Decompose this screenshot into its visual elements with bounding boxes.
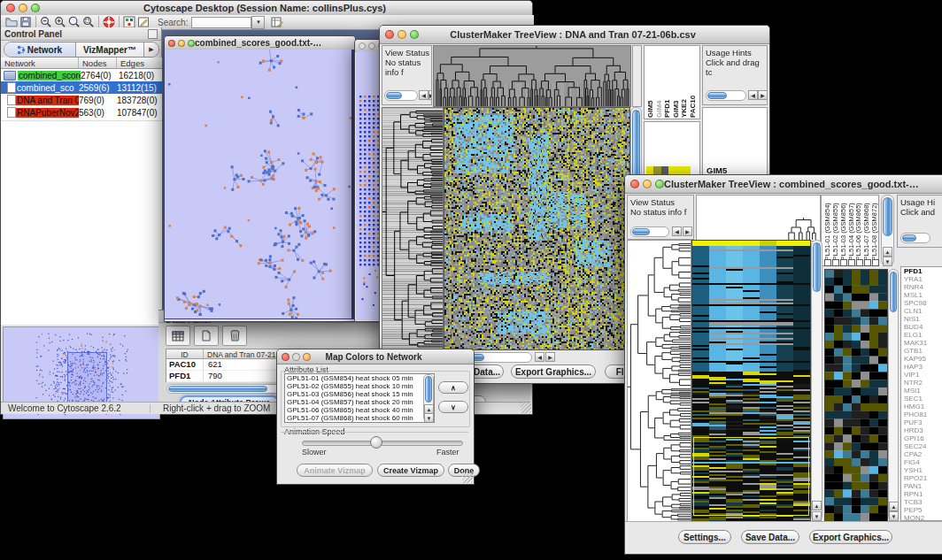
scroll-right-arrow[interactable]: ▶ <box>683 226 692 236</box>
gene-label[interactable]: HRD3 <box>904 426 942 434</box>
network-table-row[interactable]: DNA and Tran 07 769(0) 183728(0) <box>1 94 162 106</box>
tv2-labels-scrollbar[interactable]: ▲ ▼ <box>888 269 899 521</box>
gene-label[interactable]: RPO21 <box>904 474 942 482</box>
scroll-right-arrow[interactable]: ▶ <box>758 90 768 100</box>
vscroll-thumb[interactable] <box>425 376 432 403</box>
zoom-button[interactable] <box>655 180 664 188</box>
tv1-gene-dendrogram-canvas[interactable] <box>382 107 444 350</box>
tv2-array-tree-canvas[interactable] <box>696 195 821 242</box>
minimize-button[interactable] <box>643 180 652 188</box>
hscroll-thumb[interactable] <box>902 234 916 242</box>
gene-label[interactable]: MON2 <box>904 514 942 521</box>
gene-label[interactable]: TCB3 <box>904 498 942 506</box>
scroll-down-arrow[interactable]: ▼ <box>889 511 899 521</box>
gene-label[interactable]: PEP5 <box>904 506 942 514</box>
create-vizmap-button[interactable]: Create Vizmap <box>377 464 444 477</box>
minimize-button[interactable] <box>398 30 406 39</box>
attribute-list-item[interactable]: GPL51-02 (GSM855) heat shock 10 min <box>285 383 434 391</box>
gene-label[interactable]: RPN1 <box>904 490 942 498</box>
gene-label[interactable]: BUD4 <box>904 323 942 331</box>
attribute-list-item[interactable]: GPL51-03 (GSM856) heat shock 15 min <box>285 391 434 399</box>
gene-label[interactable]: PFD1 <box>904 267 942 275</box>
tv1-usage-scrollbar[interactable] <box>706 90 746 101</box>
tv2-status-scrollbar[interactable] <box>630 226 669 237</box>
gene-label[interactable]: PUF3 <box>904 418 942 426</box>
main-resize-grip[interactable] <box>521 403 531 413</box>
tv1-column-label[interactable]: GIM5 <box>646 49 655 118</box>
col-header-edges[interactable]: Edges <box>117 58 162 69</box>
zoom-button[interactable] <box>303 353 311 361</box>
tv2-gene-dendrogram-canvas[interactable] <box>627 240 691 523</box>
close-button[interactable] <box>168 40 175 47</box>
col-header-network[interactable]: Network <box>1 58 79 69</box>
gene-label[interactable]: NIS1 <box>904 315 942 323</box>
col-header-nodes[interactable]: Nodes <box>79 58 117 69</box>
tv2-column-label[interactable]: GPL51-08 (GSM872) <box>870 197 878 265</box>
gene-label[interactable]: YSH1 <box>904 466 942 474</box>
search-input[interactable] <box>191 17 251 28</box>
vscroll-thumb[interactable] <box>883 197 892 236</box>
tv2-usage-scrollbar[interactable] <box>900 233 930 243</box>
gene-label[interactable]: YRA1 <box>904 275 942 283</box>
network-table-row[interactable]: RNAPuberNov2+! 563(0) 107847(0) <box>1 106 162 119</box>
gene-label[interactable]: RNR4 <box>904 283 942 291</box>
scroll-up-arrow[interactable]: ▲ <box>889 502 899 511</box>
gene-label[interactable]: HAP3 <box>904 363 942 371</box>
float-panel-icon[interactable] <box>148 29 158 39</box>
tv1-export-graphics-button[interactable]: Export Graphics... <box>511 364 596 379</box>
gene-label[interactable]: GTB1 <box>904 347 942 355</box>
speed-slider-thumb[interactable] <box>370 436 382 449</box>
minimize-button[interactable] <box>368 42 375 50</box>
scroll-down-arrow[interactable]: ▼ <box>812 511 822 521</box>
move-down-button[interactable]: ∨ <box>438 401 468 413</box>
gene-label[interactable]: MSI1 <box>904 387 942 395</box>
tv2-heatmap-vscrollbar[interactable]: ▲ ▼ <box>811 240 822 521</box>
hscroll-thumb[interactable] <box>632 228 650 235</box>
zoom-button[interactable] <box>188 40 195 47</box>
tv1-column-label[interactable]: GIM3 <box>672 49 681 118</box>
tv1-array-dendrogram-canvas[interactable] <box>433 45 631 107</box>
gene-label[interactable]: CLN1 <box>904 307 942 315</box>
data-panel-hscrollbar[interactable] <box>166 384 280 394</box>
gene-label[interactable]: HMG1 <box>904 403 942 410</box>
minimize-button[interactable] <box>19 4 27 12</box>
gene-label[interactable]: PHO81 <box>904 410 942 418</box>
gene-label[interactable]: NTR2 <box>904 379 942 387</box>
attribute-list-item[interactable]: GPL51-06 (GSM865) heat shock 40 min <box>285 407 434 415</box>
gene-label[interactable]: SEC1 <box>904 395 942 403</box>
scroll-right-arrow[interactable]: ▶ <box>429 90 432 100</box>
delete-attribute-button[interactable] <box>222 326 247 346</box>
hscroll-thumb[interactable] <box>386 92 402 99</box>
main-titlebar[interactable]: Cytoscape Desktop (Session Name: collins… <box>1 1 532 16</box>
tv1-column-label[interactable]: PFD1 <box>663 49 672 118</box>
tv2-settings-button[interactable]: Settings... <box>678 530 731 544</box>
tv2-heatmap-canvas[interactable] <box>691 240 811 523</box>
gene-label[interactable]: ELG1 <box>904 331 942 339</box>
tv2-column-label[interactable]: GPL51-03 (GSM856) <box>839 197 847 265</box>
close-button[interactable] <box>630 180 639 188</box>
zoom-button[interactable] <box>410 30 419 39</box>
dialog-titlebar[interactable]: Map Colors to Network <box>277 349 474 364</box>
tv2-column-label[interactable]: GPL51-07 (GSM868) <box>862 197 870 265</box>
gene-label[interactable]: MAK31 <box>904 339 942 347</box>
tab-vizmapper[interactable]: VizMapper™ <box>76 42 143 57</box>
close-button[interactable] <box>282 353 290 361</box>
vscroll-thumb[interactable] <box>890 272 897 312</box>
scroll-right-arrow[interactable]: ▶ <box>545 352 555 362</box>
attribute-list-item[interactable]: GPL51-07 (GSM868) heat shock 60 min <box>285 415 434 423</box>
gene-label[interactable]: PAN1 <box>904 482 942 490</box>
attribute-list-item[interactable]: GPL51-01 (GSM854) heat shock 05 min <box>285 375 434 383</box>
scroll-left-arrow[interactable]: ◀ <box>419 90 429 100</box>
network-table-row[interactable]: combined_sco 2569(6) 13112(15) <box>1 81 162 94</box>
attribute-list-scrollbar[interactable]: ▲ ▼ <box>423 374 434 422</box>
zoom-button[interactable] <box>31 4 40 12</box>
scroll-up-arrow[interactable]: ▲ <box>883 247 892 257</box>
network-canvas[interactable] <box>165 50 354 319</box>
network-table-row[interactable]: combined_scores_ 2764(0) 16218(0) <box>1 69 162 81</box>
gene-label[interactable]: VIP1 <box>904 371 942 379</box>
gene-label[interactable]: CPA2 <box>904 450 942 458</box>
tab-overflow-button[interactable]: ▶ <box>143 42 158 57</box>
attribute-list-item[interactable]: GPL51-04 (GSM857) heat shock 20 min <box>285 399 434 407</box>
new-attribute-button[interactable] <box>194 326 219 346</box>
tv1-column-label[interactable]: YKE2 <box>680 49 689 118</box>
